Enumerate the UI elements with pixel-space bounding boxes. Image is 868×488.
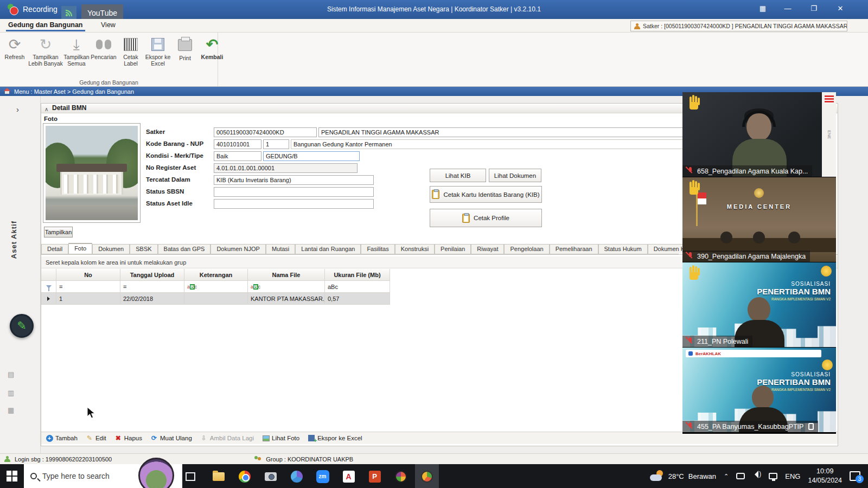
close-button[interactable]: ✕	[833, 4, 848, 12]
pencil-icon: ✎	[86, 434, 93, 442]
tambah-button[interactable]: +Tambah	[46, 434, 78, 442]
filter-tanggal[interactable]: =	[120, 281, 184, 293]
tampilkan-semua-button[interactable]: ⤓ Tampilkan Semua	[63, 34, 90, 76]
filter-namafile-abc-icon[interactable]: aBc	[248, 281, 325, 293]
col-tanggal-upload[interactable]: Tanggal Upload	[120, 269, 184, 281]
filter-keterangan-abc-icon[interactable]: aBc	[184, 281, 248, 293]
task-view-button[interactable]	[183, 470, 197, 483]
zoom-app-icon[interactable]: zm	[316, 470, 329, 483]
start-button[interactable]	[7, 471, 17, 481]
tab-status-hukum[interactable]: Status Hukum	[598, 244, 648, 254]
tab-foto[interactable]: Foto	[68, 243, 92, 254]
cast-icon[interactable]	[736, 473, 745, 479]
language-indicator[interactable]: ENG	[785, 472, 800, 480]
ribbon-tab-gedung[interactable]: Gedung dan Bangunan	[8, 21, 83, 29]
tab-riwayat[interactable]: Riwayat	[471, 244, 504, 254]
status-idle-field[interactable]	[214, 199, 374, 209]
no-register-field[interactable]: 4.01.01.01.001.00001	[214, 163, 358, 173]
tab-detail[interactable]: Detail	[41, 244, 68, 254]
hapus-button[interactable]: ✖Hapus	[114, 434, 142, 442]
col-nama-file[interactable]: Nama File	[248, 269, 325, 281]
video-tile-2[interactable]: MEDIA CENTER 390_Pengadilan Agama Majale…	[682, 177, 836, 262]
cetak-profile-button[interactable]: Cetak Profile	[430, 209, 542, 227]
recorder-app-icon[interactable]	[394, 470, 407, 483]
ekspor-excel-ribbon-button[interactable]: Ekspor ke Excel	[144, 34, 171, 76]
aset-aktif-tab[interactable]: Aset Aktif	[10, 221, 18, 259]
col-keterangan[interactable]: Keterangan	[184, 269, 248, 281]
print-button[interactable]: Print	[171, 34, 199, 76]
filter-ukuran[interactable]: aBc	[325, 281, 390, 293]
window-title: Sistem Informasi Manajemen Aset Negara |…	[0, 5, 868, 13]
rail-person-icon[interactable]: ▥	[8, 389, 14, 397]
notification-center-icon[interactable]: 3	[850, 471, 860, 481]
table-row[interactable]: 1 22/02/2018 KANTOR PTA MAKASSAR.jpg 0,5…	[41, 293, 390, 305]
chrome-icon[interactable]	[238, 470, 251, 483]
ambil-data-lagi-button[interactable]: ⇩Ambil Data Lagi	[200, 434, 254, 442]
tercatat-field[interactable]: KIB (Kartu Invetaris Barang)	[214, 175, 374, 185]
kondisi-field[interactable]: Baik	[214, 151, 261, 161]
mouse-cursor	[87, 407, 97, 422]
tab-penilaian[interactable]: Penilaian	[435, 244, 471, 254]
apps-grid-icon[interactable]: ▦	[755, 4, 770, 12]
tab-sbsk[interactable]: SBSK	[130, 244, 157, 254]
weather-widget[interactable]: 28°C Berawan	[650, 471, 716, 481]
tab-fasilitas[interactable]: Fasilitas	[361, 244, 394, 254]
photos-app-icon[interactable]	[290, 470, 303, 483]
tray-chevron-icon[interactable]: ⌃	[724, 473, 729, 480]
filter-funnel-icon[interactable]	[41, 281, 56, 293]
status-sbsn-field[interactable]	[214, 187, 374, 197]
weather-temp: 28°C	[668, 472, 684, 480]
clock[interactable]: 10:09 14/05/2024	[808, 467, 842, 485]
video-tile-1[interactable]: ENE 658_Pengadilan Agama Kuala Kap...	[682, 92, 836, 177]
uraian-barang-field[interactable]: Bangunan Gedung Kantor Permanen	[291, 139, 732, 149]
cetak-kib-button[interactable]: Cetak Kartu Identitas Barang (KIB)	[430, 186, 542, 203]
tab-dokumen[interactable]: Dokumen	[92, 244, 130, 254]
maximize-button[interactable]: ❐	[806, 4, 821, 12]
col-no[interactable]: No	[56, 269, 120, 281]
powerpoint-icon[interactable]: P	[368, 470, 381, 483]
ribbon-tab-view[interactable]: View	[101, 21, 116, 29]
lihat-kib-button[interactable]: Lihat KIB	[430, 169, 486, 182]
tab-lantai-ruangan[interactable]: Lantai dan Ruangan	[295, 244, 361, 254]
kode-barang-field[interactable]: 4010101001	[214, 139, 261, 149]
muat-ulang-button[interactable]: ⟳Muat Ulang	[150, 434, 192, 442]
nup-field[interactable]: 1	[263, 139, 289, 149]
filter-no[interactable]: =	[56, 281, 120, 293]
rail-building-icon[interactable]: ▤	[8, 370, 14, 378]
active-recorder-app-icon[interactable]	[420, 470, 433, 483]
rail-list-icon[interactable]: ▦	[8, 406, 14, 414]
tampilkan-button[interactable]: Tampilkan	[44, 227, 73, 237]
refresh-button[interactable]: ⟳ Refresh	[1, 34, 28, 76]
plus-icon: +	[46, 434, 53, 442]
lihat-dokumen-button[interactable]: Lihat Dokumen	[489, 169, 541, 182]
tab-konstruksi[interactable]: Konstruksi	[395, 244, 435, 254]
col-ukuran-file[interactable]: Ukuran File (Mb)	[325, 269, 390, 281]
satker-code-field[interactable]: 005011900307424000KD	[214, 127, 317, 137]
tab-pengelolaan[interactable]: Pengelolaan	[504, 244, 549, 254]
back-arrow-icon: ↶	[206, 35, 219, 54]
tab-batas-gps[interactable]: Batas dan GPS	[158, 244, 211, 254]
annotate-pencil-button[interactable]: ✎	[10, 314, 34, 338]
camera-app-icon[interactable]	[264, 470, 277, 483]
pencarian-button[interactable]: Pencarian	[90, 34, 117, 76]
tab-mutasi[interactable]: Mutasi	[266, 244, 295, 254]
file-explorer-icon[interactable]	[212, 470, 225, 483]
video-tile-4[interactable]: BerAKHLAK SOSIALISASI PENERTIBAN BMN RAN…	[682, 348, 836, 432]
satker-name-field[interactable]: PENGADILAN TINGGI AGAMA MAKASSAR	[318, 127, 732, 137]
tab-pemeliharaan[interactable]: Pemeliharaan	[550, 244, 598, 254]
cell-nama-file: KANTOR PTA MAKASSAR.jpg	[248, 293, 325, 305]
barcode-icon	[124, 38, 138, 51]
edit-button[interactable]: ✎Edit	[86, 434, 106, 442]
kembali-button[interactable]: ↶ Kembali	[199, 34, 226, 76]
rail-expander-icon[interactable]: ›	[16, 105, 19, 114]
cetak-label-button[interactable]: Cetak Label	[117, 34, 144, 76]
merk-tipe-field[interactable]: GEDUNG/B	[263, 151, 360, 161]
minimize-button[interactable]: —	[780, 4, 795, 12]
network-icon[interactable]	[769, 473, 777, 479]
lihat-foto-button[interactable]: Lihat Foto	[262, 434, 299, 442]
tampilkan-lebih-banyak-button[interactable]: ↻ Tampilkan Lebih Banyak	[28, 34, 63, 76]
ekspor-excel-button[interactable]: Ekspor ke Excel	[308, 434, 362, 442]
tab-dokumen-njop[interactable]: Dokumen NJOP	[210, 244, 265, 254]
acrobat-icon[interactable]: A	[342, 470, 355, 483]
video-tile-3[interactable]: SOSIALISASI PENERTIBAN BMN RANGKA IMPLEM…	[682, 262, 836, 347]
